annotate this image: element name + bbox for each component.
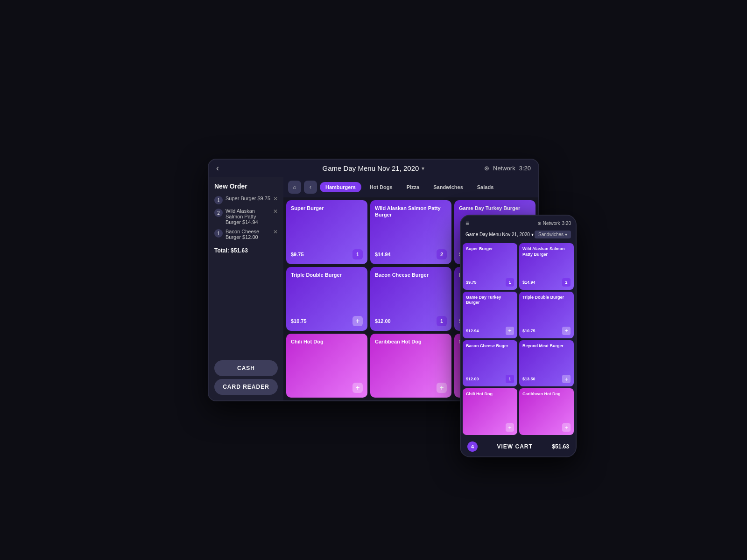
menu-card-bottom: $9.751 <box>291 249 363 259</box>
remove-item-button[interactable]: ✕ <box>273 208 278 215</box>
menu-card-add-button[interactable]: + <box>437 383 447 393</box>
phone-card-bottom: $12.94+ <box>466 327 514 335</box>
menu-card-name: Bacon Cheese Burger <box>375 272 447 278</box>
tab-hamburgers[interactable]: Hamburgers <box>320 182 361 192</box>
wifi-icon: ⊛ <box>484 165 489 172</box>
menu-card[interactable]: Bacon Cheese Burger$12.001 <box>370 267 451 331</box>
order-total: Total: $51.63 <box>214 247 278 254</box>
menu-card-add-button[interactable]: + <box>352 383 363 393</box>
phone-cart-footer[interactable]: 4 VIEW CART $51.63 <box>461 437 576 456</box>
menu-card-name: Super Burger <box>291 205 363 211</box>
menu-card-add-button[interactable]: + <box>352 316 363 326</box>
phone-card-add-button[interactable]: + <box>506 423 514 432</box>
menu-card-bottom: $12.001 <box>375 316 447 326</box>
phone-card-add-button[interactable]: + <box>562 327 571 335</box>
network-label: Network <box>493 165 515 172</box>
menu-card-badge[interactable]: 1 <box>437 316 447 326</box>
menu-card-name: Triple Double Burger <box>291 272 363 278</box>
menu-card[interactable]: Chili Hot Dog+ <box>286 334 367 398</box>
phone-category-text: Sandwiches <box>538 232 564 237</box>
order-item-qty: 2 <box>214 209 223 217</box>
phone-network-label: Network <box>543 221 560 226</box>
phone-subheader: Game Day Menu Nov 21, 2020 ▾ Sandwiches … <box>461 229 576 241</box>
phone-card-add-button[interactable]: + <box>562 423 571 432</box>
phone-card-name: Chili Hot Dog <box>466 392 514 397</box>
menu-card[interactable]: Super Burger$9.751 <box>286 200 367 264</box>
phone-cart-total: $51.63 <box>552 443 569 450</box>
phone-card-price: $14.94 <box>522 280 536 285</box>
phone-card-name: Bacon Cheese Buger <box>466 343 514 349</box>
phone-menu-icon[interactable]: ≡ <box>465 219 469 227</box>
phone-card-name: Triple Double Burger <box>522 295 571 301</box>
menu-title-chevron: ▾ <box>422 165 424 172</box>
network-info: ⊛ Network 3:20 <box>484 165 531 172</box>
phone-card-price: $12.00 <box>466 377 479 381</box>
phone-menu-card[interactable]: Super Burger$9.751 <box>463 243 517 290</box>
menu-card-name: Wild Alaskan Salmon Patty Burger <box>375 205 447 218</box>
cash-button[interactable]: CASH <box>214 360 278 376</box>
phone-menu-card[interactable]: Wild Alaskan Salmon Patty Burger$14.942 <box>519 243 574 290</box>
tab-sandwiches[interactable]: Sandwiches <box>428 182 469 192</box>
phone-card-price: $10.75 <box>522 329 536 333</box>
order-sidebar: New Order 1 Super Burger $9.75 ✕ 2 Wild … <box>209 177 283 400</box>
phone-card-name: Super Burger <box>466 246 514 252</box>
phone-time: 3:20 <box>562 221 571 226</box>
back-tab[interactable]: ‹ <box>304 181 317 194</box>
tablet-header: ‹ Game Day Menu Nov 21, 2020 ▾ ⊛ Network… <box>209 160 538 177</box>
menu-card-price: $10.75 <box>291 318 307 324</box>
category-tabs: ⌂ ‹ Hamburgers Hot Dogs Pizza Sandwiches… <box>283 177 538 197</box>
remove-item-button[interactable]: ✕ <box>273 229 278 235</box>
phone-card-bottom: + <box>466 423 514 432</box>
phone-card-add-button[interactable]: + <box>506 327 514 335</box>
remove-item-button[interactable]: ✕ <box>273 196 278 202</box>
phone-card-name: Caribbean Hot Dog <box>522 392 571 397</box>
tab-pizza[interactable]: Pizza <box>401 182 425 192</box>
phone-card-bottom: $14.942 <box>522 278 571 287</box>
menu-card-badge[interactable]: 2 <box>437 249 447 259</box>
phone-card-price: $12.94 <box>466 329 479 333</box>
phone-menu-card[interactable]: Game Day Turkey Burger$12.94+ <box>463 292 517 338</box>
phone-header: ≡ ⊛ Network 3:20 <box>461 216 576 229</box>
order-item-qty: 1 <box>214 196 223 204</box>
phone-card-badge[interactable]: 1 <box>506 278 514 287</box>
home-tab[interactable]: ⌂ <box>288 181 301 194</box>
order-item: 2 Wild Alaskan Salmon Patty Burger $14.9… <box>214 208 278 225</box>
phone-wifi-icon: ⊛ <box>537 221 541 226</box>
phone-card-add-button[interactable]: + <box>562 375 571 383</box>
tab-hot-dogs[interactable]: Hot Dogs <box>364 182 398 192</box>
menu-card[interactable]: Caribbean Hot Dog+ <box>370 334 451 398</box>
phone-card-bottom: + <box>522 423 571 432</box>
menu-card-name: Caribbean Hot Dog <box>375 338 447 345</box>
menu-card-badge[interactable]: 1 <box>352 249 363 259</box>
time-display: 3:20 <box>519 165 531 172</box>
order-item-name: Super Burger $9.75 <box>226 196 270 201</box>
phone-cart-count: 4 <box>467 441 478 452</box>
phone-view-cart-button[interactable]: VIEW CART <box>497 443 532 450</box>
phone-card-badge[interactable]: 1 <box>506 375 514 383</box>
menu-card-bottom: + <box>291 383 363 393</box>
phone-card-name: Beyond Meat Burger <box>522 343 571 349</box>
order-item-name: Wild Alaskan Salmon Patty Burger $14.94 <box>226 208 270 225</box>
order-item-name: Bacon Cheese Burger $12.00 <box>226 229 270 240</box>
phone-network-info: ⊛ Network 3:20 <box>537 221 571 226</box>
phone-card-price: $9.75 <box>466 280 477 285</box>
phone-menu-card[interactable]: Caribbean Hot Dog+ <box>519 388 574 435</box>
phone-menu-card[interactable]: Bacon Cheese Buger$12.001 <box>463 340 517 387</box>
phone-card-name: Wild Alaskan Salmon Patty Burger <box>522 246 571 257</box>
phone-menu-title-text: Game Day Menu Nov 21, 2020 <box>465 232 530 237</box>
phone-card-bottom: $13.50+ <box>522 375 571 383</box>
tab-salads[interactable]: Salads <box>472 182 499 192</box>
menu-card[interactable]: Wild Alaskan Salmon Patty Burger$14.942 <box>370 200 451 264</box>
phone-menu-card[interactable]: Chili Hot Dog+ <box>463 388 517 435</box>
phone-category-selector[interactable]: Sandwiches ▾ <box>535 231 571 238</box>
card-reader-button[interactable]: CARD READER <box>214 379 278 395</box>
menu-card[interactable]: Triple Double Burger$10.75+ <box>286 267 367 331</box>
phone-card-bottom: $12.001 <box>466 375 514 383</box>
phone-menu-chevron: ▾ <box>531 232 534 237</box>
phone-menu-card[interactable]: Triple Double Burger$10.75+ <box>519 292 574 338</box>
back-button[interactable]: ‹ <box>216 163 219 173</box>
order-item-qty: 1 <box>214 229 223 238</box>
phone-card-badge[interactable]: 2 <box>562 278 571 287</box>
menu-card-price: $12.00 <box>375 318 391 324</box>
phone-menu-card[interactable]: Beyond Meat Burger$13.50+ <box>519 340 574 387</box>
